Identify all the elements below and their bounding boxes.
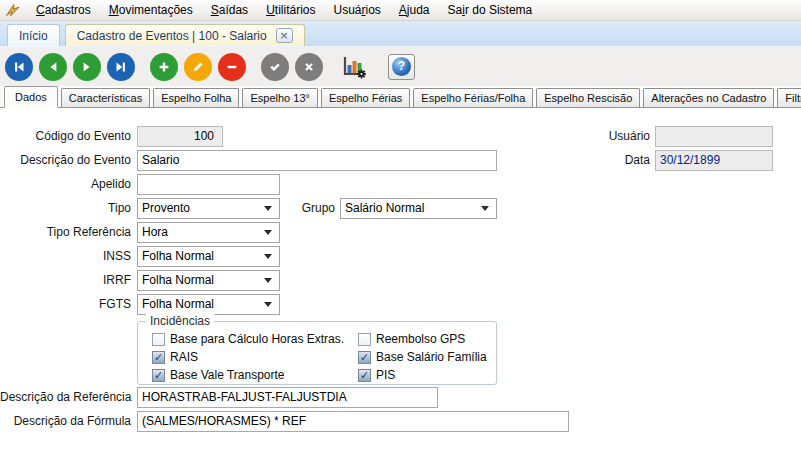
checked-checkbox-icon: ✓ xyxy=(358,369,371,382)
descricao-formula-field[interactable]: (SALMES/HORASMES) * REF xyxy=(137,411,569,432)
tipo-value: Provento xyxy=(142,199,190,218)
tab-espelho-férias[interactable]: Espelho Férias xyxy=(321,88,410,107)
menu-item-saídas[interactable]: Saídas xyxy=(202,1,257,19)
checkbox-label: Base Vale Transporte xyxy=(170,368,285,382)
first-record-button[interactable] xyxy=(5,53,33,81)
first-icon xyxy=(12,60,26,74)
plus-icon xyxy=(157,60,171,74)
document-tab-bar: InícioCadastro de Eventos | 100 - Salari… xyxy=(0,21,801,47)
tab-características[interactable]: Características xyxy=(61,88,150,107)
tab-espelho-13-[interactable]: Espelho 13° xyxy=(242,88,317,107)
fgts-label: FGTS xyxy=(0,294,131,315)
document-tab-início[interactable]: Início xyxy=(7,24,60,46)
add-button[interactable] xyxy=(150,53,178,81)
descricao-referencia-field[interactable]: HORASTRAB-FALJUST-FALJUSTDIA xyxy=(137,387,438,408)
checked-checkbox-icon: ✓ xyxy=(152,351,165,364)
codigo-evento-field[interactable]: 100 xyxy=(137,126,223,147)
minus-icon xyxy=(225,60,239,74)
inss-combobox[interactable]: Folha Normal xyxy=(137,246,280,267)
tab-espelho-folha[interactable]: Espelho Folha xyxy=(153,88,239,107)
irrf-combobox[interactable]: Folha Normal xyxy=(137,270,280,291)
usuario-field[interactable] xyxy=(655,126,773,147)
checkbox-base-salário-família[interactable]: ✓Base Salário Família xyxy=(358,350,487,364)
unchecked-checkbox-icon xyxy=(358,333,371,346)
checkbox-base-para-cálculo-horas-extras-[interactable]: Base para Cálculo Horas Extras. xyxy=(152,332,344,346)
next-record-button[interactable] xyxy=(73,53,101,81)
inss-label: INSS xyxy=(0,246,131,267)
last-icon xyxy=(114,60,128,74)
fgts-value: Folha Normal xyxy=(142,295,214,314)
tab-dados[interactable]: Dados xyxy=(4,86,58,108)
cancel-button[interactable] xyxy=(295,53,323,81)
edit-button[interactable] xyxy=(184,53,212,81)
chevron-down-icon xyxy=(264,254,272,259)
delete-button[interactable] xyxy=(218,53,246,81)
checkbox-pis[interactable]: ✓PIS xyxy=(358,368,487,382)
bar-chart-gear-icon xyxy=(341,55,367,79)
app-icon xyxy=(5,2,23,18)
checkbox-reembolso-gps[interactable]: Reembolso GPS xyxy=(358,332,487,346)
tab-espelho-rescisão[interactable]: Espelho Rescisão xyxy=(536,88,640,107)
close-icon[interactable]: × xyxy=(276,28,293,43)
page-tab-bar: DadosCaracterísticasEspelho FolhaEspelho… xyxy=(0,86,801,108)
checkbox-label: Base para Cálculo Horas Extras. xyxy=(170,332,344,346)
checkbox-base-vale-transporte[interactable]: ✓Base Vale Transporte xyxy=(152,368,344,382)
last-record-button[interactable] xyxy=(107,53,135,81)
data-label: Data xyxy=(560,150,650,171)
descricao-formula-label: Descrição da Fórmula xyxy=(0,411,131,432)
tipo-referencia-label: Tipo Referência xyxy=(0,222,131,243)
checkbox-label: Base Salário Família xyxy=(376,350,487,364)
grupo-label: Grupo xyxy=(285,198,335,219)
checkbox-label: PIS xyxy=(376,368,395,382)
next-icon xyxy=(80,60,94,74)
check-icon xyxy=(268,60,282,74)
grupo-value: Salário Normal xyxy=(345,199,424,218)
irrf-label: IRRF xyxy=(0,270,131,291)
confirm-button[interactable] xyxy=(261,53,289,81)
tipo-combobox[interactable]: Provento xyxy=(137,198,280,219)
checked-checkbox-icon: ✓ xyxy=(152,369,165,382)
descricao-evento-label: Descrição do Evento xyxy=(0,150,131,171)
menubar: CadastrosMovimentaçõesSaídasUtilitáriosU… xyxy=(0,0,801,21)
menu-item-ajuda[interactable]: Ajuda xyxy=(390,1,439,19)
tab-alterações-no-cadastro[interactable]: Alterações no Cadastro xyxy=(643,88,774,107)
checkbox-rais[interactable]: ✓RAIS xyxy=(152,350,344,364)
chevron-down-icon xyxy=(264,278,272,283)
incidencias-column-1: Base para Cálculo Horas Extras.✓RAIS✓Bas… xyxy=(152,332,344,382)
apelido-field[interactable] xyxy=(137,174,280,195)
inss-value: Folha Normal xyxy=(142,247,214,266)
report-chart-button[interactable] xyxy=(338,53,370,81)
unchecked-checkbox-icon xyxy=(152,333,165,346)
irrf-value: Folha Normal xyxy=(142,271,214,290)
chevron-down-icon xyxy=(264,302,272,307)
menu-item-sair-do-sistema[interactable]: Sair do Sistema xyxy=(439,1,542,19)
codigo-evento-label: Código do Evento xyxy=(0,126,131,147)
tab-espelho-férias-folha[interactable]: Espelho Férias/Folha xyxy=(413,88,533,107)
chevron-down-icon xyxy=(481,206,489,211)
menu-item-utilitários[interactable]: Utilitários xyxy=(257,1,324,19)
tipo-referencia-combobox[interactable]: Hora xyxy=(137,222,280,243)
previous-record-button[interactable] xyxy=(39,53,67,81)
menu-item-movimentações[interactable]: Movimentações xyxy=(100,1,202,19)
toolbar: ? xyxy=(0,47,801,86)
menu-item-cadastros[interactable]: Cadastros xyxy=(27,1,100,19)
tab-filtros[interactable]: Filtros xyxy=(777,88,801,107)
tipo-label: Tipo xyxy=(0,198,131,219)
checked-checkbox-icon: ✓ xyxy=(358,351,371,364)
data-field[interactable]: 30/12/1899 xyxy=(655,150,773,171)
help-button[interactable]: ? xyxy=(388,54,415,80)
menu-item-usuários[interactable]: Usuários xyxy=(324,1,389,19)
chevron-down-icon xyxy=(264,230,272,235)
previous-icon xyxy=(46,60,60,74)
usuario-label: Usuário xyxy=(560,126,650,147)
fgts-combobox[interactable]: Folha Normal xyxy=(137,294,280,315)
incidencias-legend: Incidências xyxy=(146,314,214,328)
document-tab-label: Início xyxy=(19,29,48,43)
x-icon xyxy=(302,60,316,74)
descricao-referencia-label: Descrição da Referência xyxy=(0,387,131,408)
grupo-combobox[interactable]: Salário Normal xyxy=(340,198,497,219)
descricao-evento-field[interactable]: Salario xyxy=(137,150,497,171)
checkbox-label: RAIS xyxy=(170,350,198,364)
document-tab-cadastro[interactable]: Cadastro de Eventos | 100 - Salario× xyxy=(65,24,305,46)
incidencias-groupbox: Incidências Base para Cálculo Horas Extr… xyxy=(137,321,497,385)
